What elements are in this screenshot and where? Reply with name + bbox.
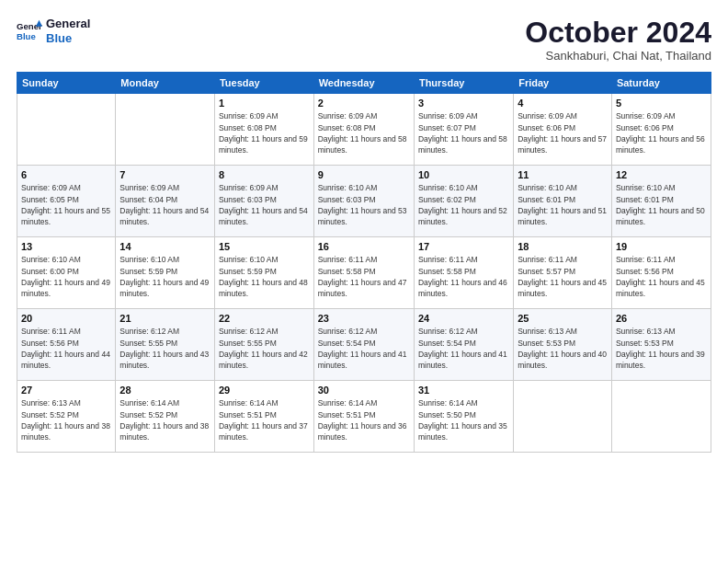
calendar-cell: 24Sunrise: 6:12 AMSunset: 5:54 PMDayligh… [414, 309, 513, 381]
day-number: 21 [119, 313, 210, 324]
calendar-cell: 22Sunrise: 6:12 AMSunset: 5:55 PMDayligh… [214, 309, 313, 381]
header: General Blue General Blue October 2024 S… [17, 17, 711, 63]
day-info: Sunrise: 6:09 AMSunset: 6:06 PMDaylight:… [518, 110, 608, 155]
day-info: Sunrise: 6:10 AMSunset: 6:02 PMDaylight:… [418, 182, 509, 227]
weekday-header: Tuesday [214, 73, 313, 94]
day-number: 18 [518, 241, 608, 252]
day-number: 6 [21, 169, 111, 180]
calendar-cell: 16Sunrise: 6:11 AMSunset: 5:58 PMDayligh… [313, 237, 414, 309]
calendar-cell [611, 381, 711, 453]
day-info: Sunrise: 6:11 AMSunset: 5:56 PMDaylight:… [616, 254, 707, 299]
calendar-cell: 27Sunrise: 6:13 AMSunset: 5:52 PMDayligh… [17, 381, 116, 453]
page: General Blue General Blue October 2024 S… [0, 0, 728, 563]
calendar-cell: 31Sunrise: 6:14 AMSunset: 5:50 PMDayligh… [414, 381, 513, 453]
day-number: 25 [518, 313, 608, 324]
day-number: 9 [318, 169, 410, 180]
weekday-header: Monday [116, 73, 215, 94]
day-number: 27 [21, 385, 111, 396]
day-info: Sunrise: 6:09 AMSunset: 6:06 PMDaylight:… [616, 110, 707, 155]
day-info: Sunrise: 6:13 AMSunset: 5:53 PMDaylight:… [616, 326, 707, 371]
calendar-cell: 28Sunrise: 6:14 AMSunset: 5:52 PMDayligh… [116, 381, 215, 453]
calendar-cell: 15Sunrise: 6:10 AMSunset: 5:59 PMDayligh… [214, 237, 313, 309]
calendar-cell: 26Sunrise: 6:13 AMSunset: 5:53 PMDayligh… [611, 309, 711, 381]
month-title: October 2024 [525, 17, 711, 49]
day-info: Sunrise: 6:10 AMSunset: 5:59 PMDaylight:… [119, 254, 210, 299]
day-info: Sunrise: 6:14 AMSunset: 5:50 PMDaylight:… [418, 397, 509, 442]
calendar-cell: 29Sunrise: 6:14 AMSunset: 5:51 PMDayligh… [214, 381, 313, 453]
weekday-header-row: SundayMondayTuesdayWednesdayThursdayFrid… [17, 73, 711, 94]
calendar-cell [17, 94, 116, 166]
location-subtitle: Sankhaburi, Chai Nat, Thailand [525, 49, 711, 63]
calendar-cell: 1Sunrise: 6:09 AMSunset: 6:08 PMDaylight… [214, 94, 313, 166]
day-number: 5 [616, 98, 707, 109]
day-info: Sunrise: 6:11 AMSunset: 5:58 PMDaylight:… [418, 254, 509, 299]
day-number: 17 [418, 241, 509, 252]
calendar-cell: 30Sunrise: 6:14 AMSunset: 5:51 PMDayligh… [313, 381, 414, 453]
calendar-cell: 21Sunrise: 6:12 AMSunset: 5:55 PMDayligh… [116, 309, 215, 381]
calendar-cell: 19Sunrise: 6:11 AMSunset: 5:56 PMDayligh… [611, 237, 711, 309]
calendar-cell: 6Sunrise: 6:09 AMSunset: 6:05 PMDaylight… [17, 166, 116, 237]
day-info: Sunrise: 6:13 AMSunset: 5:53 PMDaylight:… [518, 326, 608, 371]
day-number: 24 [418, 313, 509, 324]
day-number: 16 [318, 241, 410, 252]
day-info: Sunrise: 6:10 AMSunset: 6:00 PMDaylight:… [21, 254, 111, 299]
calendar-week-row: 13Sunrise: 6:10 AMSunset: 6:00 PMDayligh… [17, 237, 711, 309]
day-number: 31 [418, 385, 509, 396]
day-info: Sunrise: 6:11 AMSunset: 5:56 PMDaylight:… [21, 326, 111, 371]
day-number: 29 [219, 385, 310, 396]
calendar-week-row: 6Sunrise: 6:09 AMSunset: 6:05 PMDaylight… [17, 166, 711, 237]
calendar-cell: 23Sunrise: 6:12 AMSunset: 5:54 PMDayligh… [313, 309, 414, 381]
calendar-body: 1Sunrise: 6:09 AMSunset: 6:08 PMDaylight… [17, 94, 711, 453]
calendar-cell: 2Sunrise: 6:09 AMSunset: 6:08 PMDaylight… [313, 94, 414, 166]
day-info: Sunrise: 6:09 AMSunset: 6:07 PMDaylight:… [418, 110, 509, 155]
calendar-week-row: 27Sunrise: 6:13 AMSunset: 5:52 PMDayligh… [17, 381, 711, 453]
day-number: 28 [119, 385, 210, 396]
weekday-header: Friday [514, 73, 612, 94]
logo: General Blue General Blue [17, 17, 90, 45]
day-info: Sunrise: 6:09 AMSunset: 6:08 PMDaylight:… [318, 110, 410, 155]
day-number: 11 [518, 169, 608, 180]
day-info: Sunrise: 6:11 AMSunset: 5:57 PMDaylight:… [518, 254, 608, 299]
day-info: Sunrise: 6:14 AMSunset: 5:52 PMDaylight:… [119, 397, 210, 442]
day-info: Sunrise: 6:09 AMSunset: 6:05 PMDaylight:… [21, 182, 111, 227]
day-number: 3 [418, 98, 509, 109]
weekday-header: Thursday [414, 73, 513, 94]
day-number: 19 [616, 241, 707, 252]
day-number: 1 [219, 98, 310, 109]
day-number: 12 [616, 169, 707, 180]
svg-text:Blue: Blue [17, 30, 36, 40]
calendar-cell: 25Sunrise: 6:13 AMSunset: 5:53 PMDayligh… [514, 309, 612, 381]
calendar-cell: 13Sunrise: 6:10 AMSunset: 6:00 PMDayligh… [17, 237, 116, 309]
calendar-cell: 3Sunrise: 6:09 AMSunset: 6:07 PMDaylight… [414, 94, 513, 166]
day-info: Sunrise: 6:10 AMSunset: 6:03 PMDaylight:… [318, 182, 410, 227]
calendar-cell: 12Sunrise: 6:10 AMSunset: 6:01 PMDayligh… [611, 166, 711, 237]
day-number: 30 [318, 385, 410, 396]
calendar-cell: 11Sunrise: 6:10 AMSunset: 6:01 PMDayligh… [514, 166, 612, 237]
day-info: Sunrise: 6:09 AMSunset: 6:03 PMDaylight:… [219, 182, 310, 227]
calendar-cell [116, 94, 215, 166]
day-number: 26 [616, 313, 707, 324]
day-number: 2 [318, 98, 410, 109]
weekday-header: Sunday [17, 73, 116, 94]
calendar-cell: 9Sunrise: 6:10 AMSunset: 6:03 PMDaylight… [313, 166, 414, 237]
day-info: Sunrise: 6:10 AMSunset: 6:01 PMDaylight:… [518, 182, 608, 227]
day-info: Sunrise: 6:12 AMSunset: 5:54 PMDaylight:… [418, 326, 509, 371]
calendar-table: SundayMondayTuesdayWednesdayThursdayFrid… [17, 72, 711, 453]
calendar-cell [514, 381, 612, 453]
day-number: 10 [418, 169, 509, 180]
day-info: Sunrise: 6:10 AMSunset: 5:59 PMDaylight:… [219, 254, 310, 299]
calendar-header: SundayMondayTuesdayWednesdayThursdayFrid… [17, 73, 711, 94]
calendar-cell: 14Sunrise: 6:10 AMSunset: 5:59 PMDayligh… [116, 237, 215, 309]
calendar-cell: 4Sunrise: 6:09 AMSunset: 6:06 PMDaylight… [514, 94, 612, 166]
calendar-cell: 7Sunrise: 6:09 AMSunset: 6:04 PMDaylight… [116, 166, 215, 237]
day-number: 13 [21, 241, 111, 252]
day-number: 15 [219, 241, 310, 252]
calendar-cell: 5Sunrise: 6:09 AMSunset: 6:06 PMDaylight… [611, 94, 711, 166]
day-info: Sunrise: 6:14 AMSunset: 5:51 PMDaylight:… [219, 397, 310, 442]
weekday-header: Wednesday [313, 73, 414, 94]
day-info: Sunrise: 6:10 AMSunset: 6:01 PMDaylight:… [616, 182, 707, 227]
calendar-cell: 18Sunrise: 6:11 AMSunset: 5:57 PMDayligh… [514, 237, 612, 309]
logo-text: General Blue [46, 17, 90, 45]
calendar-week-row: 1Sunrise: 6:09 AMSunset: 6:08 PMDaylight… [17, 94, 711, 166]
calendar-cell: 20Sunrise: 6:11 AMSunset: 5:56 PMDayligh… [17, 309, 116, 381]
